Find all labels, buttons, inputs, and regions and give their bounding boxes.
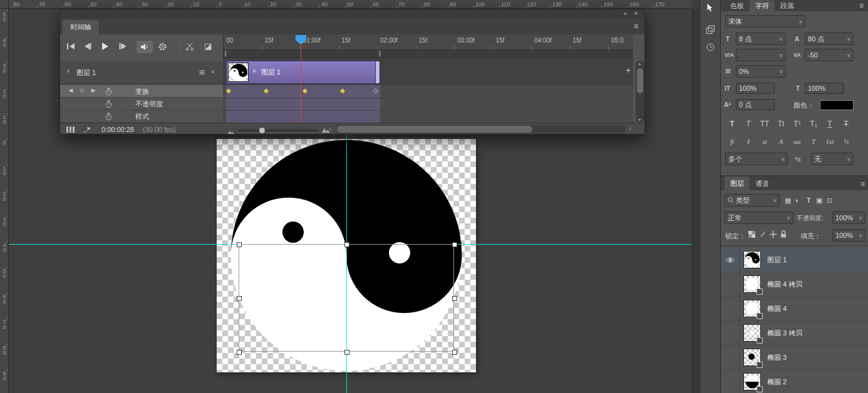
timeline-track-row[interactable]: 不透明度: [60, 98, 223, 110]
opentype-feature-button[interactable]: T: [806, 135, 821, 148]
work-area-end-bracket[interactable]: ]: [379, 50, 381, 56]
scrollbar-thumb[interactable]: [637, 68, 643, 93]
layer-name[interactable]: 椭圆 4 拷贝: [767, 280, 802, 289]
track-options-grid-icon[interactable]: ⊞: [199, 68, 205, 76]
layer-row[interactable]: 椭圆 4 拷贝: [721, 272, 868, 297]
tab-character[interactable]: 字符: [750, 0, 775, 12]
transform-bounding-box[interactable]: [239, 244, 454, 352]
lock-position-icon[interactable]: [770, 231, 777, 239]
keyframe-icon[interactable]: ◆: [340, 87, 345, 94]
tab-layers[interactable]: 图层: [725, 176, 750, 190]
horizontal-scale-input[interactable]: 100%: [805, 83, 844, 94]
flatten-frames-arrow-icon[interactable]: [83, 126, 91, 134]
keyframe-icon[interactable]: ◆: [226, 87, 231, 94]
work-area-bar[interactable]: [ ]: [223, 50, 633, 58]
timeline-track-row[interactable]: ◀◇▶变换: [60, 85, 223, 98]
collapse-panel-icon[interactable]: «: [623, 10, 627, 17]
style-italic-button[interactable]: T: [741, 118, 756, 130]
chevron-down-icon[interactable]: ∨: [211, 69, 215, 74]
document-scrollbar-vertical[interactable]: [692, 9, 700, 393]
timeline-scrollbar-vertical[interactable]: ▲ ▼: [636, 61, 644, 123]
timeline-settings-gear-icon[interactable]: [158, 42, 167, 53]
visibility-toggle-empty[interactable]: [721, 321, 740, 345]
layer-name[interactable]: 椭圆 2: [767, 377, 787, 387]
blend-mode-select[interactable]: 正常∨: [725, 212, 793, 224]
previous-frame-button[interactable]: [84, 43, 91, 51]
scroll-down-icon[interactable]: ▼: [638, 118, 642, 122]
layer-thumbnail[interactable]: [743, 275, 761, 293]
ruler-vertical[interactable]: 50403020100102030405060708090: [0, 9, 9, 393]
scrollbar-thumb[interactable]: [337, 126, 532, 133]
timeline-layer-group-row[interactable]: ∨ 图层 1 ⊞ ∨: [60, 62, 223, 84]
keyframe-icon[interactable]: ◆: [264, 87, 269, 94]
chevron-down-icon[interactable]: ∨: [66, 68, 70, 74]
lock-image-icon[interactable]: [759, 231, 766, 239]
proportional-spacing-select[interactable]: 0%∨: [736, 65, 786, 78]
transform-handle[interactable]: [237, 350, 242, 355]
scroll-up-icon[interactable]: ▲: [638, 61, 642, 66]
font-family-select[interactable]: 宋体∨: [725, 15, 805, 28]
kerning-input[interactable]: ∨: [736, 49, 786, 61]
play-button[interactable]: [101, 43, 109, 51]
layer-thumbnail[interactable]: [743, 349, 761, 366]
layer-thumbnail[interactable]: [743, 251, 761, 268]
filter-pixel-icon[interactable]: ▦: [785, 196, 791, 205]
timeline-titlebar[interactable]: « ×: [60, 9, 645, 18]
layer-thumbnail[interactable]: [743, 373, 761, 390]
chevron-down-icon[interactable]: ∨: [252, 68, 256, 74]
filter-shape-icon[interactable]: ▣: [816, 196, 822, 205]
zoom-slider-thumb[interactable]: [259, 128, 265, 133]
panel-menu-icon[interactable]: ≡: [634, 22, 638, 31]
visibility-toggle-empty[interactable]: [721, 272, 740, 296]
go-to-first-frame-button[interactable]: [66, 43, 75, 51]
font-size-input[interactable]: 8 点∨: [736, 33, 786, 45]
layer-thumbnail[interactable]: [743, 300, 761, 317]
ruler-horizontal[interactable]: 8070605040302010010203040506070809010011…: [9, 0, 692, 9]
audio-mute-button[interactable]: [137, 41, 153, 53]
scroll-right-icon[interactable]: ›: [629, 125, 631, 132]
layer-row[interactable]: 椭圆 3: [721, 345, 868, 370]
collapsed-panel-clone-icon[interactable]: [706, 25, 715, 36]
keyframe-add-icon[interactable]: ◇: [80, 88, 84, 93]
layer-row[interactable]: 椭圆 3 拷贝: [721, 321, 868, 345]
panel-menu-icon[interactable]: ≡: [859, 1, 864, 10]
timeline-clip[interactable]: ∨ 图层 1: [226, 61, 380, 84]
keyframe-hollow-icon[interactable]: ◇: [373, 87, 378, 94]
transform-handle[interactable]: [452, 350, 457, 355]
frame-view-toggle-icon[interactable]: [66, 126, 75, 134]
tracking-input[interactable]: -50∨: [805, 49, 854, 61]
tab-channels[interactable]: 通道: [750, 176, 775, 190]
collapsed-panel-history-icon[interactable]: [706, 43, 715, 53]
clip-trim-handle[interactable]: [375, 61, 380, 83]
keyframe-next-icon[interactable]: ▶: [91, 88, 95, 93]
add-media-plus-button[interactable]: +: [623, 65, 633, 75]
transform-handle[interactable]: [344, 242, 349, 247]
layer-name[interactable]: 椭圆 3: [767, 353, 787, 362]
tab-swatches[interactable]: 色板: [725, 0, 750, 12]
style-smallcaps-button[interactable]: Tt: [773, 118, 788, 130]
keyframe-icon[interactable]: ◆: [302, 87, 307, 94]
stopwatch-icon[interactable]: [105, 88, 112, 97]
style-sub-button[interactable]: T₁: [806, 118, 821, 130]
stopwatch-icon[interactable]: [105, 100, 112, 110]
layer-row[interactable]: 椭圆 2: [721, 370, 868, 393]
layer-row[interactable]: 椭圆 4: [721, 297, 868, 321]
baseline-shift-input[interactable]: 0 点: [736, 99, 775, 110]
language-select[interactable]: 多个∨: [725, 153, 788, 165]
opentype-feature-button[interactable]: ℓ: [741, 135, 756, 148]
style-sup-button[interactable]: T¹: [790, 118, 805, 130]
work-area-start-bracket[interactable]: [: [225, 50, 227, 56]
vertical-scale-input[interactable]: 100%: [736, 83, 775, 94]
anti-alias-select[interactable]: 无∨: [811, 153, 854, 165]
lock-all-icon[interactable]: [780, 230, 787, 239]
tab-paragraph[interactable]: 段落: [775, 0, 800, 12]
transition-icon[interactable]: ◪: [204, 41, 212, 51]
layer-name[interactable]: 图层 1: [767, 255, 787, 265]
style-underline-button[interactable]: T: [822, 118, 837, 130]
opentype-feature-button[interactable]: st: [757, 135, 772, 148]
opacity-input[interactable]: 100%∨: [832, 212, 865, 224]
zoom-slider-track[interactable]: [238, 130, 318, 131]
visibility-toggle-empty[interactable]: [721, 370, 740, 393]
opentype-feature-button[interactable]: ½: [839, 135, 854, 148]
layer-row[interactable]: 图层 1: [721, 248, 868, 272]
